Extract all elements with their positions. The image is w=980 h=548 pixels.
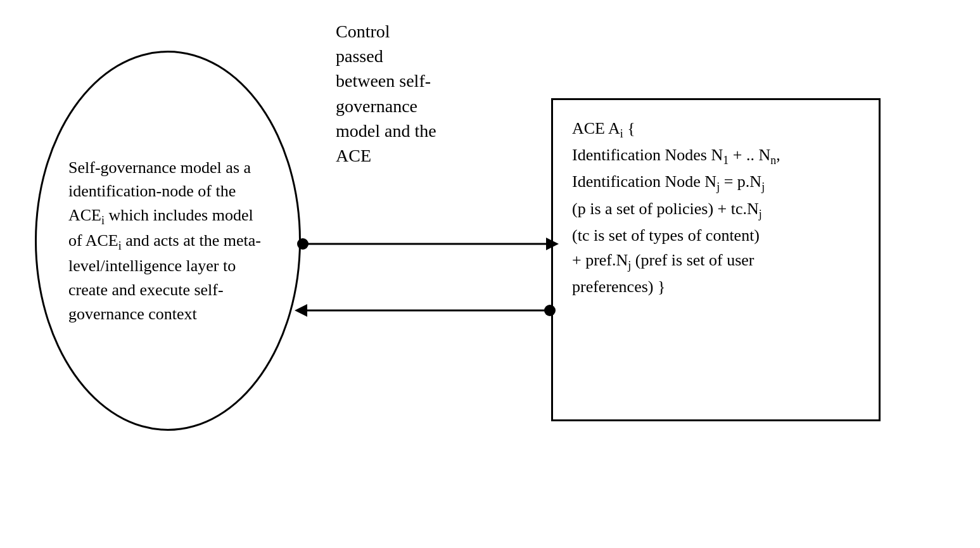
ellipse-text: Self-governance model as a identificatio… (68, 156, 267, 326)
control-label: Controlpassedbetween self-governancemode… (336, 19, 462, 168)
ellipse-shape: Self-governance model as a identificatio… (35, 51, 301, 431)
arrow-left-head (295, 304, 307, 317)
ace-text: ACE Ai { Identification Nodes N1 + .. Nn… (572, 116, 860, 299)
ace-rectangle: ACE Ai { Identification Nodes N1 + .. Nn… (551, 98, 881, 421)
diagram: Controlpassedbetween self-governancemode… (0, 0, 980, 548)
